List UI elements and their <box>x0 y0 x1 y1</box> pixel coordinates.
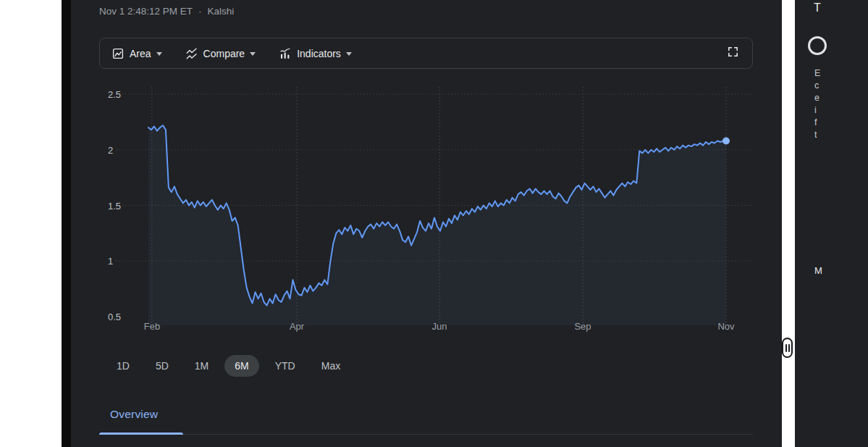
clipped-right-panel: T E c e i f t M <box>795 0 868 447</box>
range-button-max[interactable]: Max <box>311 355 350 377</box>
clipped-text-line: c <box>814 80 819 91</box>
compare-button-label: Compare <box>203 48 245 59</box>
chevron-down-icon <box>156 52 162 56</box>
compare-icon <box>185 47 198 60</box>
clipped-text-line: t <box>814 130 817 140</box>
range-button-6m[interactable]: 6M <box>224 355 258 377</box>
clipped-heading-text: T <box>814 1 821 14</box>
clipped-text-line: f <box>814 117 817 128</box>
clipped-text-line: i <box>814 105 817 115</box>
chart-toolbar: Area Compare <box>99 38 753 69</box>
window-edge-strip <box>62 0 71 447</box>
tab-overview[interactable]: Overview <box>110 408 158 421</box>
range-button-5d[interactable]: 5D <box>146 355 179 377</box>
range-button-1d[interactable]: 1D <box>106 355 140 377</box>
area-chart-icon <box>111 47 125 60</box>
y-axis-label: 2 <box>108 145 113 156</box>
chevron-down-icon <box>346 52 352 56</box>
area-button-label: Area <box>130 48 151 59</box>
indicators-button-label: Indicators <box>297 48 341 59</box>
price-chart-svg[interactable] <box>99 81 753 335</box>
clipped-text-line: e <box>814 93 819 103</box>
range-button-1m[interactable]: 1M <box>185 355 219 377</box>
x-axis-label: Nov <box>717 321 734 332</box>
active-tab-underline <box>99 433 183 435</box>
tab-bar-divider <box>99 434 753 435</box>
x-axis-label: Apr <box>290 321 304 332</box>
area-chart-type-button[interactable]: Area <box>111 47 162 60</box>
grip-bar-icon <box>785 344 787 352</box>
y-axis-label: 0.5 <box>108 312 121 322</box>
chevron-down-icon <box>250 52 256 56</box>
fullscreen-button[interactable] <box>727 46 739 61</box>
clipped-lower-text: M <box>814 265 822 276</box>
clipped-logo-ring-icon <box>808 36 827 55</box>
chart-area: 2.5 2 1.5 1 0.5 Feb Apr Jun Sep Nov <box>99 81 753 335</box>
panel-resize-handle[interactable] <box>782 338 793 358</box>
y-axis-label: 1.5 <box>108 201 121 212</box>
y-axis-label: 1 <box>108 256 113 267</box>
indicators-button[interactable]: Indicators <box>279 47 352 60</box>
fullscreen-icon <box>727 46 739 61</box>
grip-bar-icon <box>788 344 790 352</box>
source-label: Kalshi <box>208 6 235 17</box>
range-selector: 1D 5D 1M 6M YTD Max <box>106 353 350 379</box>
range-button-ytd[interactable]: YTD <box>265 355 306 377</box>
main-panel: Nov 1 2:48:12 PM ET · Kalshi Area Compar… <box>62 0 782 447</box>
timestamp-text: Nov 1 2:48:12 PM ET <box>99 6 193 17</box>
clipped-text-line: E <box>814 68 820 78</box>
indicators-icon <box>279 47 292 60</box>
x-axis-label: Feb <box>144 321 160 332</box>
quote-timestamp-row: Nov 1 2:48:12 PM ET · Kalshi <box>99 6 234 17</box>
x-axis-label: Sep <box>574 321 591 332</box>
x-axis-label: Jun <box>432 321 447 332</box>
y-axis-label: 2.5 <box>108 89 121 100</box>
separator-dot: · <box>198 6 202 17</box>
compare-button[interactable]: Compare <box>185 47 256 60</box>
